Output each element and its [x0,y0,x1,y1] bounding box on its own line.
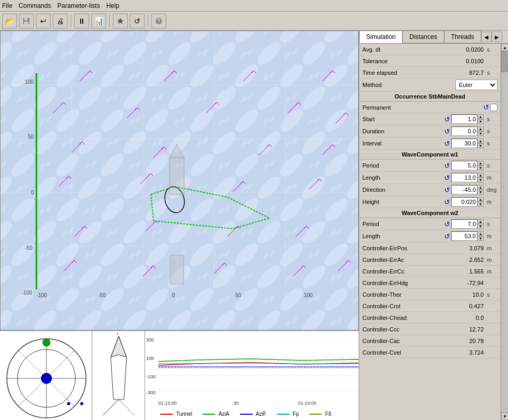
ctrl-chead-value: 0.0 [476,315,484,321]
tab-nav-prev[interactable]: ◀ [481,32,492,42]
ctrl-thor-label: Controller-Thor [362,291,401,298]
menu-file[interactable]: File [2,2,12,9]
w2-period-spin-down[interactable]: ▼ [477,224,484,229]
svg-text:50: 50 [28,134,34,140]
interval-input[interactable] [451,139,477,148]
tolerance-right: 0.0100 [466,58,497,64]
interval-spin-down[interactable]: ▼ [477,143,484,148]
svg-point-122 [67,402,70,405]
tab-nav-next[interactable]: ▶ [492,32,502,42]
svg-text:300: 300 [146,337,154,343]
w1-height-spinbox-btns: ▲ ▼ [477,197,484,207]
permanent-refresh[interactable]: ↺ [483,103,489,111]
w2-length-spin-up[interactable]: ▲ [477,231,484,236]
ctrl-cac-label: Controller-Cac [362,338,400,344]
ctrl-thor-value: 10.0 [473,291,484,298]
w1-length-refresh[interactable]: ↺ [444,174,450,182]
scroll-thumb[interactable] [501,51,507,72]
settings-button[interactable] [113,14,128,28]
open-button[interactable]: 📂 [2,14,17,28]
simulation-canvas[interactable]: 100 50 0 -50 -100 -100 -50 0 50 100 [0,31,359,330]
start-input[interactable] [451,114,477,124]
print-button[interactable]: 🖨 [53,14,68,28]
svg-rect-2 [24,22,28,24]
save-button[interactable] [19,14,34,28]
w2-period-spin-up[interactable]: ▲ [477,219,484,224]
wave1-header: WaveComponent w1 [359,150,501,160]
menu-parameter-lists[interactable]: Parameter-lists [57,2,100,9]
w1-length-spin-down[interactable]: ▼ [477,178,484,182]
duration-refresh[interactable]: ↺ [444,128,450,135]
right-scrollbar[interactable]: ▲ ▼ [501,44,508,420]
chart-button[interactable]: 📊 [91,14,106,28]
ctrl-errac-unit: m [487,257,497,263]
permanent-checkbox[interactable] [490,104,497,111]
menu-help[interactable]: Help [106,2,119,9]
start-refresh[interactable]: ↺ [444,115,450,123]
w1-period-spinbox: ▲ ▼ [451,161,484,170]
w2-period-input[interactable] [451,219,477,229]
refresh-button[interactable]: ↺ [130,14,145,28]
svg-text:100: 100 [146,356,154,361]
time-elapsed-label: Time elapsed [362,70,397,76]
legend-tunnel-label: Tunnel [176,411,192,417]
ctrl-errcc-value: 1.565 [469,268,484,275]
tab-threads[interactable]: Threads [444,31,481,43]
w1-height-spin-down[interactable]: ▼ [477,202,484,207]
w1-period-label: Period [362,162,379,169]
w1-period-refresh[interactable]: ↺ [444,162,450,170]
menu-commands[interactable]: Commands [18,2,51,9]
pause-button[interactable]: ⏸ [74,14,89,28]
ctrl-chead-label: Controller-Chead [362,315,407,321]
w1-height-refresh[interactable]: ↺ [444,198,450,206]
w1-period-spin-up[interactable]: ▲ [477,161,484,165]
w2-length-input[interactable] [451,231,477,241]
scroll-up-btn[interactable]: ▲ [501,44,508,51]
tab-simulation[interactable]: Simulation [359,31,402,43]
duration-spinbox: ▲ ▼ [451,126,484,136]
w1-period-input[interactable] [451,161,477,170]
svg-text:?: ? [157,18,160,24]
toolbar-separator-2 [109,15,110,27]
w1-direction-spin-down[interactable]: ▼ [477,190,484,194]
interval-refresh[interactable]: ↺ [444,140,450,148]
w2-period-refresh[interactable]: ↺ [444,220,450,228]
w1-period-spin-down[interactable]: ▼ [477,165,484,170]
w1-length-input[interactable] [451,173,477,182]
ctrl-crot-row: Controller-Crot 0.427 [359,300,501,312]
interval-spin-up[interactable]: ▲ [477,139,484,143]
w2-period-spinbox: ▲ ▼ [451,219,484,229]
legend-fd-line [309,414,322,415]
duration-input[interactable] [451,126,477,136]
duration-spin-up[interactable]: ▲ [477,126,484,131]
scroll-down-btn[interactable]: ▼ [501,413,508,420]
undo-button[interactable]: ↩ [36,14,51,28]
method-dropdown[interactable]: Euler RK4 RK45 [455,80,497,90]
w1-height-spin-up[interactable]: ▲ [477,197,484,202]
start-label: Start [362,116,375,122]
tab-distances[interactable]: Distances [402,31,444,43]
ctrl-errcc-right: 1.565 m [469,268,497,275]
avg-dt-row: Avg. dt 0.0200 s [359,44,501,55]
menubar: File Commands Parameter-lists Help [0,0,508,12]
svg-text:-300: -300 [146,390,156,395]
scroll-track[interactable] [501,51,508,413]
w2-length-right: ↺ ▲ ▼ m [444,231,497,241]
w2-length-spin-down[interactable]: ▼ [477,236,484,241]
legend-azif: AziF [240,411,266,417]
main-layout: 100 50 0 -50 -100 -100 -50 0 50 100 [0,31,508,420]
w1-length-spin-up[interactable]: ▲ [477,173,484,178]
w2-length-refresh[interactable]: ↺ [444,232,450,240]
svg-text:100: 100 [25,79,34,85]
compass-panel [0,331,92,420]
start-spin-down[interactable]: ▼ [477,119,484,124]
method-row: Method Euler RK4 RK45 [359,79,501,92]
help-button[interactable]: ? [151,14,166,28]
w1-direction-refresh[interactable]: ↺ [444,186,450,194]
w1-direction-input[interactable] [451,185,477,194]
start-spin-up[interactable]: ▲ [477,114,484,119]
duration-spin-down[interactable]: ▼ [477,131,484,136]
w1-height-input[interactable] [451,197,477,207]
w1-direction-spin-up[interactable]: ▲ [477,185,484,190]
w1-period-unit: s [487,162,497,169]
